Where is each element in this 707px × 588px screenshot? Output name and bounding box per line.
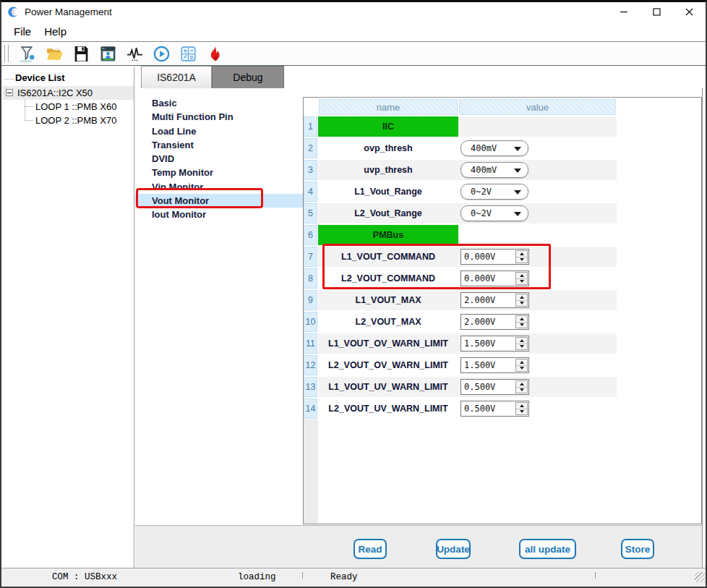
play-icon[interactable]: [152, 44, 171, 64]
footer-button-strip: Read Update all update Store: [135, 525, 702, 568]
read[interactable]: Read: [354, 539, 387, 559]
spinner-buttons[interactable]: [515, 359, 528, 372]
nav-item-basic[interactable]: Basic: [135, 96, 303, 110]
menu-file[interactable]: File: [7, 22, 38, 41]
tab-is6201a[interactable]: IS6201A: [141, 66, 212, 88]
spin-down-icon[interactable]: [516, 322, 527, 328]
value-spinbox[interactable]: 0.500V: [460, 379, 529, 395]
minimize-button[interactable]: [608, 2, 640, 22]
spinner-buttons[interactable]: [515, 294, 528, 307]
collapse-icon[interactable]: [6, 89, 13, 96]
tab-debug[interactable]: Debug: [212, 66, 284, 88]
menu-help[interactable]: Help: [38, 22, 73, 41]
spinner-buttons[interactable]: [515, 402, 528, 415]
calculator-icon[interactable]: [179, 44, 198, 64]
fill-tool-icon[interactable]: [18, 44, 38, 64]
store[interactable]: Store: [621, 539, 654, 559]
value-spinbox[interactable]: 1.500V: [460, 357, 529, 373]
spin-up-icon[interactable]: [516, 316, 527, 322]
resize-grip[interactable]: [695, 572, 705, 582]
nav-item-vout-monitor[interactable]: Vout Monitor: [135, 194, 303, 208]
value-spinbox[interactable]: 2.000V: [460, 292, 529, 308]
spin-up-icon[interactable]: [516, 294, 527, 300]
spin-up-icon[interactable]: [516, 403, 527, 409]
row-number: 6: [304, 225, 317, 245]
param-value-cell: 0.000V 0.000V: [458, 268, 617, 289]
burn-icon[interactable]: [205, 44, 225, 64]
nav-item-load-line[interactable]: Load Line: [135, 124, 303, 138]
spin-up-icon[interactable]: [516, 251, 527, 257]
spin-down-icon[interactable]: [516, 409, 527, 415]
nav-item-temp-monitor[interactable]: Temp Monitor: [135, 166, 303, 179]
spin-up-icon[interactable]: [516, 381, 527, 387]
toolbar-grip[interactable]: [4, 45, 9, 62]
spin-up-icon[interactable]: [516, 273, 527, 278]
nav-item-multi-function-pin[interactable]: Multi Function Pin: [135, 110, 303, 124]
row-number: 10: [304, 312, 317, 332]
status-bar: COM : USBxxx loading Ready: [1, 568, 706, 587]
value-spinbox[interactable]: 1.500V: [460, 336, 529, 351]
spin-up-icon[interactable]: [516, 359, 527, 365]
save-icon[interactable]: [72, 44, 91, 64]
row-number: 2: [304, 138, 317, 158]
nav-item-dvid[interactable]: DVID: [135, 152, 303, 166]
row-number: 13: [304, 377, 317, 397]
value-spinbox[interactable]: 0.000V: [460, 249, 529, 265]
spin-down-icon[interactable]: [516, 365, 527, 372]
open-folder-icon[interactable]: [45, 44, 64, 64]
table-row: 11 L1_VOUT_OV_WARN_LIMIT 1.500V 1.500V: [304, 333, 701, 354]
spin-down-icon[interactable]: [516, 257, 527, 263]
spin-down-icon[interactable]: [516, 344, 527, 350]
device-tree-root[interactable]: IS6201A::I2C X50: [3, 86, 134, 100]
nav-item-transient[interactable]: Transient: [135, 138, 303, 152]
window-title: Power Management: [25, 2, 112, 22]
param-value-cell: 2.000V 2.000V: [458, 290, 617, 310]
nav-item-vin-monitor[interactable]: Vin Monitor: [135, 180, 303, 194]
close-button[interactable]: [673, 2, 706, 22]
spin-up-icon[interactable]: [516, 338, 527, 344]
param-name: PMBus: [318, 225, 458, 245]
spinner-buttons[interactable]: [515, 380, 528, 393]
param-name: L1_VOUT_MAX: [318, 290, 458, 310]
maximize-button[interactable]: [640, 2, 673, 22]
device-root-label: IS6201A::I2C X50: [17, 86, 93, 100]
table-row: 8 L2_VOUT_COMMAND 0.000V 0.000V: [304, 268, 701, 289]
spin-down-icon[interactable]: [516, 300, 527, 307]
spin-down-icon[interactable]: [516, 278, 527, 285]
column-header-value: value: [459, 99, 616, 115]
row-number: 5: [304, 203, 317, 223]
param-name: L2_VOUT_OV_WARN_LIMIT: [318, 355, 458, 375]
table-row: 12 L2_VOUT_OV_WARN_LIMIT 1.500V 1.500V: [304, 354, 701, 376]
spinner-buttons[interactable]: [515, 315, 528, 328]
value-dropdown[interactable]: 400mV: [460, 162, 528, 178]
row-number: 8: [304, 268, 317, 289]
toolbar-buttons: [14, 44, 228, 64]
value-spinbox[interactable]: 0.500V: [460, 401, 529, 417]
update[interactable]: Update: [436, 539, 471, 559]
table-row: 2 ovp_thresh 400mV 400mV: [304, 137, 701, 159]
row-number: 7: [304, 247, 317, 267]
param-value-cell: 0.000V 0.000V: [458, 247, 617, 267]
spinner-buttons[interactable]: [515, 272, 528, 285]
value-dropdown[interactable]: 0~2V: [460, 205, 528, 221]
table-row: 13 L1_VOUT_UV_WARN_LIMIT 0.500V 0.500V: [304, 376, 701, 398]
device-monitor-icon[interactable]: [98, 44, 118, 64]
tree-item-loop-1-pmb-x60[interactable]: LOOP 1 ::PMB X60: [3, 100, 134, 114]
param-value-cell: 0.500V 0.500V: [458, 377, 617, 397]
nav-item-iout-monitor[interactable]: Iout Monitor: [135, 208, 303, 221]
spinner-buttons[interactable]: [515, 250, 528, 263]
value-spinbox[interactable]: 2.000V: [460, 314, 529, 330]
waveform-icon[interactable]: [125, 44, 145, 64]
all-update[interactable]: all update: [519, 539, 576, 559]
param-value-cell: [458, 116, 617, 137]
spinner-buttons[interactable]: [515, 337, 528, 350]
param-value-cell: 400mV 400mV: [458, 138, 617, 158]
value-spinbox[interactable]: 0.000V: [460, 270, 529, 286]
param-value-cell: 1.500V 1.500V: [458, 333, 617, 354]
spin-down-icon[interactable]: [516, 387, 527, 393]
row-number: 3: [304, 160, 317, 180]
toolbar: [1, 41, 706, 66]
value-dropdown[interactable]: 400mV: [460, 140, 528, 156]
value-dropdown[interactable]: 0~2V: [460, 184, 528, 200]
tree-item-loop-2-pmb-x70[interactable]: LOOP 2 ::PMB X70: [3, 114, 134, 127]
